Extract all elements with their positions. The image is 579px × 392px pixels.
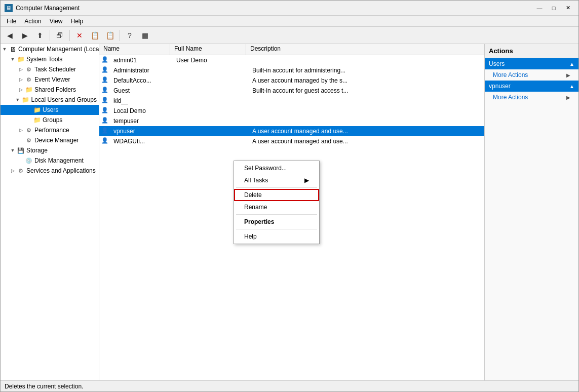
computer-icon: 🖥 (9, 45, 17, 53)
user-icon: 👤 (101, 76, 109, 85)
expander-icon: ▷ (17, 75, 25, 84)
user-desc: Built-in account for administering... (248, 67, 484, 74)
tree-storage[interactable]: ▼ 💾 Storage (1, 145, 99, 155)
actions-more-actions-users[interactable]: More Actions ▶ (485, 69, 578, 81)
actions-more-actions-vpnuser[interactable]: More Actions ▶ (485, 92, 578, 103)
ctx-delete[interactable]: Delete (234, 189, 319, 201)
menu-bar: File Action View Help (1, 16, 578, 27)
user-icon: 👤 (101, 117, 109, 125)
tree-local-users-groups[interactable]: ▼ 📁 Local Users and Groups (1, 95, 99, 105)
user-name: kid__ (109, 97, 172, 104)
col-fullname-header[interactable]: Full Name (170, 44, 246, 55)
ctx-all-tasks[interactable]: All Tasks ▶ (234, 174, 319, 186)
user-row-defaultacco[interactable]: 👤 DefaultAcco... A user account managed … (99, 75, 484, 86)
user-name: Local Demo (109, 107, 172, 114)
actions-section-users-label: Users (489, 60, 505, 67)
folder-icon: 📁 (22, 96, 30, 104)
menu-file[interactable]: File (3, 17, 20, 26)
app-icon: 🖥 (5, 4, 13, 12)
menu-action[interactable]: Action (20, 17, 45, 26)
ctx-help[interactable]: Help (234, 230, 319, 243)
gear-icon: ⚙ (25, 75, 33, 84)
col-desc-header[interactable]: Description (246, 44, 484, 55)
ctx-properties[interactable]: Properties (234, 216, 319, 228)
user-desc: A user account managed by the s... (248, 77, 484, 84)
ctx-separator-2 (236, 214, 317, 215)
user-row-guest[interactable]: 👤 Guest Built-in account for guest acces… (99, 86, 484, 96)
actions-panel-title: Actions (485, 44, 578, 58)
user-icon: 👤 (101, 87, 109, 95)
up-button[interactable]: ⬆ (33, 29, 47, 42)
user-row-kid[interactable]: 👤 kid__ (99, 96, 484, 106)
menu-help[interactable]: Help (67, 17, 88, 26)
toolbar-sep3 (120, 30, 120, 41)
user-row-tempuser[interactable]: 👤 tempuser (99, 116, 484, 126)
user-row-administrator[interactable]: 👤 Administrator Built-in account for adm… (99, 65, 484, 75)
tree-system-tools[interactable]: ▼ 📁 System Tools (1, 54, 99, 64)
user-row-wdaguti[interactable]: 👤 WDAGUti... A user account managed and … (99, 136, 484, 146)
col-name-header[interactable]: Name (99, 44, 170, 55)
arrow-right-icon: ▶ (566, 72, 570, 78)
expander-icon: ▼ (9, 146, 17, 154)
expander-icon: ▼ (9, 55, 17, 63)
toolbar-sep2 (69, 30, 70, 41)
show-hide-button[interactable]: 🗗 (53, 29, 67, 42)
tree-panel: ▼ 🖥 Computer Management (Local ▼ 📁 Syste… (1, 44, 99, 380)
status-text: Deletes the current selection. (5, 383, 83, 390)
ctx-separator-1 (236, 187, 317, 188)
user-name: admin01 (109, 57, 172, 64)
user-name: Guest (109, 87, 172, 94)
tree-device-manager[interactable]: ⚙ Device Manager (1, 135, 99, 145)
tree-disk-management[interactable]: 💿 Disk Management (1, 155, 99, 166)
tree-computer-management[interactable]: ▼ 🖥 Computer Management (Local (1, 44, 99, 54)
expander-icon: ▷ (17, 126, 25, 134)
user-icon: 👤 (101, 127, 109, 135)
tree-event-viewer[interactable]: ▷ ⚙ Event Viewer (1, 74, 99, 85)
gear-icon: ⚙ (25, 65, 33, 73)
delete-button[interactable]: ✕ (72, 29, 87, 42)
maximize-button[interactable]: □ (547, 3, 560, 13)
expander-icon: ▼ (1, 45, 9, 53)
tree-groups[interactable]: 📁 Groups (1, 115, 99, 125)
gear-icon: ⚙ (25, 126, 33, 134)
minimize-button[interactable]: — (533, 3, 546, 13)
window-controls: — □ ✕ (533, 3, 574, 13)
tree-services-applications[interactable]: ▷ ⚙ Services and Applications (1, 166, 99, 176)
user-row-admin01[interactable]: 👤 admin01 User Demo (99, 55, 484, 65)
folder-icon: 📁 (33, 116, 41, 124)
tree-shared-folders[interactable]: ▷ 📁 Shared Folders (1, 85, 99, 95)
help-button[interactable]: ? (123, 29, 137, 42)
user-row-localdemo[interactable]: 👤 Local Demo (99, 106, 484, 116)
close-button[interactable]: ✕ (561, 3, 574, 13)
ctx-rename[interactable]: Rename (234, 201, 319, 213)
content-panel: Name Full Name Description 👤 admin01 Use… (99, 44, 484, 380)
actions-section-vpnuser[interactable]: vpnuser ▲ (485, 81, 578, 92)
ctx-set-password[interactable]: Set Password... (234, 162, 319, 174)
user-fullname: User Demo (172, 57, 248, 64)
grid-button[interactable]: ▦ (138, 29, 152, 42)
user-icon: 👤 (101, 107, 109, 115)
copy-button[interactable]: 📋 (88, 29, 102, 42)
menu-view[interactable]: View (46, 17, 67, 26)
back-button[interactable]: ◀ (3, 29, 17, 42)
actions-section-users[interactable]: Users ▲ (485, 58, 578, 69)
user-name: vpnuser (109, 128, 172, 135)
folder-icon: 📁 (17, 55, 25, 63)
gear-icon: ⚙ (25, 136, 33, 144)
tree-performance[interactable]: ▷ ⚙ Performance (1, 125, 99, 135)
user-icon: 👤 (101, 56, 109, 64)
user-row-vpnuser[interactable]: 👤 vpnuser A user account managed and use… (99, 126, 484, 136)
disk-icon: 💿 (25, 156, 33, 165)
tree-users[interactable]: 📁 Users (1, 105, 99, 115)
paste-button[interactable]: 📋 (103, 29, 117, 42)
expander-icon (17, 156, 25, 165)
folder-icon: 📁 (25, 86, 33, 94)
services-icon: ⚙ (17, 167, 25, 175)
tree-task-scheduler[interactable]: ▷ ⚙ Task Scheduler (1, 64, 99, 74)
submenu-arrow-icon: ▶ (304, 177, 309, 184)
user-desc: A user account managed and use... (248, 128, 484, 135)
window-title: Computer Management (16, 5, 80, 12)
expander-icon (25, 116, 33, 124)
forward-button[interactable]: ▶ (18, 29, 32, 42)
chevron-up-icon: ▲ (569, 84, 574, 89)
